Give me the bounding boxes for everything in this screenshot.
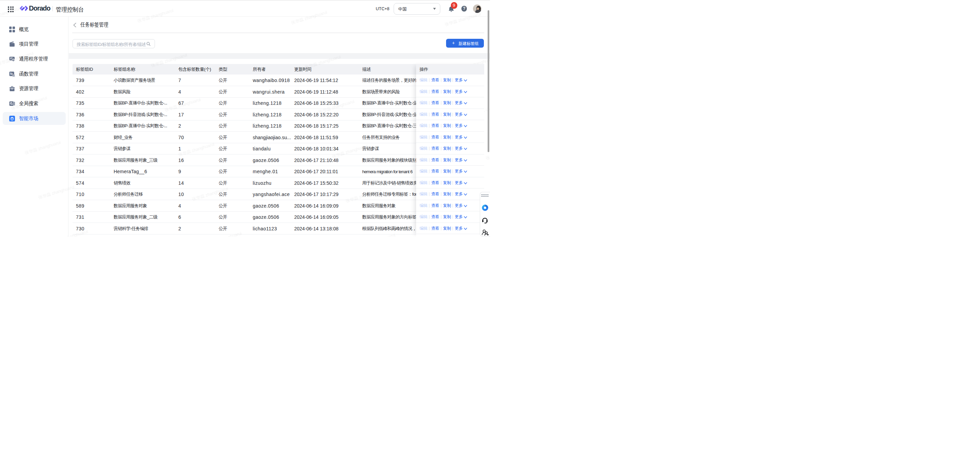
- svg-text:fx: fx: [10, 72, 13, 75]
